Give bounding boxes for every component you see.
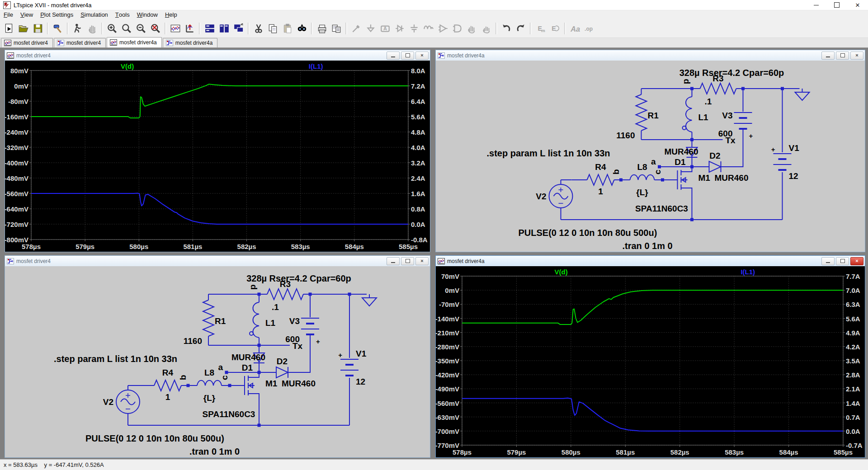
y-left-tick-label: -70mV [439,301,459,308]
child-title-bar[interactable]: mosfet driver4a × [436,50,865,61]
resistor-R4 [587,174,614,185]
child-close-button[interactable]: × [850,257,863,265]
toolbar-separator [345,23,347,34]
sine-symbol [554,193,568,199]
inductor-L8 [197,381,222,385]
trace-label-Vd: V(d) [555,268,568,276]
tab-mosfet-driver4a-3[interactable]: mosfet driver4a [163,38,218,47]
maximize-icon [834,2,840,8]
new-sim-button[interactable] [2,21,16,36]
y-right-tick-label: 6.4A [411,98,425,105]
new-sim-icon [4,23,14,34]
status-bar: x = 583.63µs y = -647.41mV, 0.526A [0,459,868,470]
child-minimize-button[interactable] [387,257,400,265]
redo-button[interactable] [514,21,528,36]
child-title-bar[interactable]: mosfet driver4a × [436,256,865,267]
menu-item-view[interactable]: View [17,10,37,19]
waveform-doc-icon [4,40,11,46]
menu-item-tools[interactable]: Tools [112,10,133,19]
y-right-tick-label: 1.4A [846,400,860,407]
undo-icon [501,23,512,34]
app-title-bar[interactable]: LTspice XVII - mosfet driver4a ✕ [0,0,868,10]
child-title-bar[interactable]: mosfet driver4 × [5,50,430,61]
child-minimize-button[interactable] [821,52,835,60]
menu-item-window[interactable]: Window [133,10,161,19]
save-button[interactable] [31,21,45,36]
schematic-canvas[interactable]: 328µ Rser=4.2 Cpar=60p p R3 .1 R1 1160 L… [436,61,865,252]
child-restore-button[interactable] [836,257,849,265]
maximize-button[interactable] [826,0,847,10]
y-left-tick-label: -490mV [436,385,459,393]
mosfet-body-arrow [681,178,688,182]
child-title-bar[interactable]: mosfet driver4 × [5,256,430,267]
waveform-plot[interactable]: V(d)I(L1)578µs579µs580µs581µs582µs583µs5… [5,61,430,252]
undo-button[interactable] [499,21,514,36]
child-close-button[interactable]: × [415,52,429,60]
child-restore-button[interactable] [836,52,849,60]
child-restore-button[interactable] [401,52,414,60]
autorange-waveform-button[interactable] [168,21,183,36]
tile-horizontal-button[interactable] [203,21,217,36]
print-preview-button[interactable] [329,21,344,36]
minimize-icon [826,56,830,57]
menu-item-file[interactable]: File [0,10,17,19]
trace-label-IL1: I(L1) [309,62,323,70]
y-left-tick-label: -720mV [5,221,28,228]
y-right-tick-label: 5.6A [411,113,425,121]
tab-mosfet-driver4-1[interactable]: mosfet driver4 [54,38,106,47]
print-icon [316,23,327,34]
close-button[interactable]: ✕ [847,0,868,10]
menu-item-simulation[interactable]: Simulation [77,10,112,19]
child-window-top-right: mosfet driver4a × [435,50,865,252]
menu-item-help[interactable]: Help [161,10,181,19]
label-R4: R4 [162,368,174,377]
restore-icon [840,53,845,57]
y-left-tick-label: -280mV [436,343,459,351]
resistor-R1 [636,94,647,131]
text-button: Aa [568,21,582,36]
y-right-tick-label: 4.9A [846,329,860,337]
control-panel-hammer-button[interactable] [51,21,65,36]
tile-vertical-button[interactable] [217,21,231,36]
schematic-doc-icon [166,40,173,46]
label-R1: R1 [215,316,226,326]
paste-button [280,21,295,36]
run-button[interactable] [71,21,85,36]
label-R3: R3 [712,74,723,83]
cascade-windows-button[interactable] [231,21,246,36]
child-minimize-button[interactable] [387,52,400,60]
svg-text:A: A [383,26,387,31]
y-right-tick-label: 4.8A [411,128,425,136]
y-right-tick-label: 5.6A [846,315,860,323]
y-left-tick-label: 80mV [10,67,28,75]
child-close-button[interactable]: × [850,52,863,60]
open-file-button[interactable] [16,21,31,36]
value-R3: .1 [272,302,279,312]
zoom-area-button[interactable] [119,21,134,36]
child-minimize-button[interactable] [821,257,835,265]
y-left-tick-label: -560mV [436,400,459,407]
zoom-in-button[interactable] [105,21,119,36]
svg-text:E: E [552,25,556,32]
mirror-icon: Em [535,23,546,34]
tab-mosfet-driver4-0[interactable]: mosfet driver4 [1,38,53,47]
tab-mosfet-driver4a-2[interactable]: mosfet driver4a [107,37,162,47]
print-button[interactable] [315,21,329,36]
schematic-doc-icon [57,40,64,46]
x-tick-label: 579µs [75,243,94,250]
cut-button[interactable] [251,21,266,36]
resistor-R1 [203,300,214,336]
waveform-plot[interactable]: V(d)I(L1)578µs579µs580µs581µs582µs583µs5… [436,266,865,457]
find-button[interactable] [295,21,309,36]
child-restore-button[interactable] [401,257,414,265]
copy-button[interactable] [266,21,280,36]
autorange-waveform-icon [170,23,181,34]
child-close-button[interactable]: × [415,257,429,265]
zoom-out-button[interactable] [134,21,148,36]
value-V1: 12 [356,377,365,386]
minimize-button[interactable] [806,0,826,10]
zoom-full-extents-button[interactable] [148,21,163,36]
pan-waveform-button[interactable] [183,21,197,36]
schematic-canvas[interactable]: 328µ Rser=4.2 Cpar=60p p R3 .1 R1 1160 L… [5,266,430,457]
menu-item-plot-settings[interactable]: Plot Settings [37,10,77,19]
